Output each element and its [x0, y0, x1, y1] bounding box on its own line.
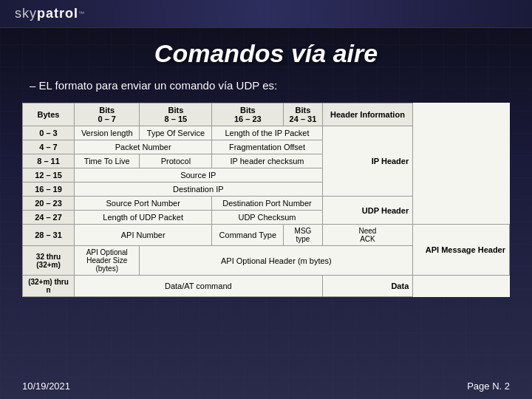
page-title-area: Comandos vía aire — [0, 28, 532, 75]
ip-header-label: IP Header — [322, 126, 413, 197]
bytes-cell: (32+m) thru n — [23, 276, 75, 297]
api-number: API Number — [75, 225, 212, 246]
api-optional-header-size: API OptionalHeader Size(bytes) — [75, 246, 140, 276]
msg-type: MSGtype — [284, 225, 322, 246]
col-header-bits-24-31: Bits24 – 31 — [284, 103, 322, 126]
table-row: 12 – 15 Source IP — [23, 168, 510, 183]
bytes-cell: 0 – 3 — [23, 126, 75, 140]
col-header-bits-0-7: Bits0 – 7 — [75, 103, 140, 126]
col-header-bytes: Bytes — [23, 103, 75, 126]
footer-date: 10/19/2021 — [22, 381, 70, 392]
table-row: 16 – 19 Destination IP — [23, 183, 510, 197]
table-header-row: Bytes Bits0 – 7 Bits8 – 15 Bits16 – 23 B… — [23, 103, 510, 126]
table-row: 24 – 27 Length of UDP Packet UDP Checksu… — [23, 211, 510, 225]
api-optional-header: API Optional Header (m bytes) — [140, 246, 413, 276]
ip-checksum: IP header checksum — [212, 154, 322, 168]
bytes-cell: 12 – 15 — [23, 168, 75, 183]
need-ack: NeedACK — [322, 225, 413, 246]
logo: skypatrol™ — [15, 6, 84, 21]
content-area: Bytes Bits0 – 7 Bits8 – 15 Bits16 – 23 B… — [0, 99, 532, 301]
command-type: Command Type — [212, 225, 284, 246]
col-header-bits-16-23: Bits16 – 23 — [212, 103, 284, 126]
subtitle-area: – EL formato para enviar un comando vía … — [0, 75, 532, 99]
bytes-cell: 4 – 7 — [23, 140, 75, 154]
packet-number: Packet Number — [75, 140, 212, 154]
logo-sky: sky — [15, 6, 37, 21]
bytes-cell: 28 – 31 — [23, 225, 75, 246]
footer: 10/19/2021 Page N. 2 — [22, 381, 510, 392]
page-title: Comandos vía aire — [15, 39, 517, 68]
api-message-header-label: API Message Header — [413, 225, 510, 276]
dest-port: Destination Port Number — [212, 197, 322, 211]
col-header-bits-8-15: Bits8 – 15 — [140, 103, 212, 126]
bytes-cell: 20 – 23 — [23, 197, 75, 211]
udp-table: Bytes Bits0 – 7 Bits8 – 15 Bits16 – 23 B… — [22, 103, 510, 297]
fragmentation-offset: Fragmentation Offset — [212, 140, 322, 154]
ip-packet-length: Length of the IP Packet — [212, 126, 322, 140]
logo-patrol: patrol — [37, 6, 78, 21]
source-ip: Source IP — [75, 168, 323, 183]
table-row: 4 – 7 Packet Number Fragmentation Offset — [23, 140, 510, 154]
footer-page: Page N. 2 — [467, 381, 510, 392]
destination-ip: Destination IP — [75, 183, 323, 197]
subtitle: – EL formato para enviar un comando vía … — [30, 79, 502, 92]
bytes-cell: 8 – 11 — [23, 154, 75, 168]
table-row: 8 – 11 Time To Live Protocol IP header c… — [23, 154, 510, 168]
logo-tm: ™ — [78, 10, 84, 17]
type-of-service: Type Of Service — [140, 126, 212, 140]
udp-header-label: UDP Header — [322, 197, 413, 225]
table-row: 20 – 23 Source Port Number Destination P… — [23, 197, 510, 211]
udp-checksum: UDP Checksum — [212, 211, 322, 225]
col-header-info: Header Information — [322, 103, 413, 126]
ttl: Time To Live — [75, 154, 140, 168]
version-length: Version length — [75, 126, 140, 140]
table-row: 0 – 3 Version length Type Of Service Len… — [23, 126, 510, 140]
data-at-command: Data/AT command — [75, 276, 323, 297]
header-bar: skypatrol™ — [0, 0, 532, 28]
table-row: (32+m) thru n Data/AT command Data — [23, 276, 510, 297]
source-port: Source Port Number — [75, 197, 212, 211]
udp-length: Length of UDP Packet — [75, 211, 212, 225]
bytes-cell: 24 – 27 — [23, 211, 75, 225]
table-row: 28 – 31 API Number Command Type MSGtype … — [23, 225, 510, 246]
protocol: Protocol — [140, 154, 212, 168]
data-label: Data — [322, 276, 413, 297]
bytes-cell: 32 thru (32+m) — [23, 246, 75, 276]
bytes-cell: 16 – 19 — [23, 183, 75, 197]
